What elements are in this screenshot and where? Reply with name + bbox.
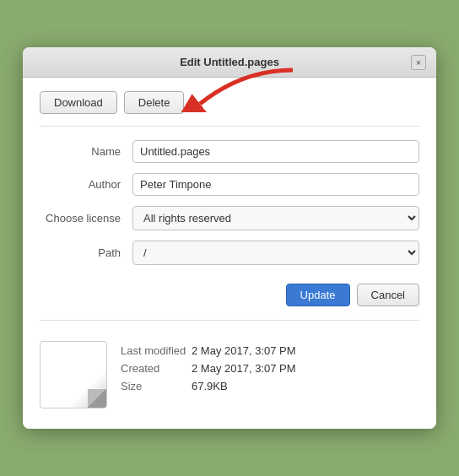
size-value: 67.9KB — [192, 380, 228, 392]
name-row: Name — [40, 140, 419, 163]
file-icon-corner — [88, 389, 106, 408]
dialog-title: Edit Untitled.pages — [180, 56, 279, 68]
author-row: Author — [40, 173, 419, 196]
created-row: Created 2 May 2017, 3:07 PM — [121, 362, 296, 375]
last-modified-row: Last modified 2 May 2017, 3:07 PM — [121, 344, 296, 357]
author-label: Author — [40, 178, 132, 191]
size-label: Size — [121, 380, 188, 392]
size-row: Size 67.9KB — [121, 380, 296, 392]
dialog-body: Download Delete Name Author Ch — [23, 78, 436, 429]
created-label: Created — [121, 362, 188, 375]
update-button[interactable]: Update — [286, 284, 350, 306]
last-modified-value: 2 May 2017, 3:07 PM — [192, 344, 296, 357]
created-value: 2 May 2017, 3:07 PM — [192, 362, 296, 375]
delete-button[interactable]: Delete — [124, 91, 185, 114]
name-input[interactable] — [132, 140, 419, 163]
last-modified-label: Last modified — [121, 344, 188, 357]
path-label: Path — [40, 246, 132, 259]
dialog-titlebar: Edit Untitled.pages × — [23, 47, 436, 78]
path-select[interactable]: / /documents /downloads — [132, 241, 419, 265]
file-icon — [40, 341, 107, 408]
action-row: Update Cancel — [40, 280, 419, 306]
name-label: Name — [40, 145, 132, 158]
divider — [40, 320, 419, 321]
license-select[interactable]: All rights reserved Creative Commons Pub… — [132, 206, 419, 230]
download-button[interactable]: Download — [40, 91, 117, 114]
author-input[interactable] — [132, 173, 419, 196]
license-row: Choose license All rights reserved Creat… — [40, 206, 419, 230]
file-info-row: Last modified 2 May 2017, 3:07 PM Create… — [40, 334, 419, 412]
close-button[interactable]: × — [411, 55, 426, 70]
toolbar-row: Download Delete — [40, 91, 419, 127]
path-row: Path / /documents /downloads — [40, 241, 419, 265]
cancel-button[interactable]: Cancel — [357, 284, 419, 306]
license-label: Choose license — [40, 212, 132, 224]
file-meta: Last modified 2 May 2017, 3:07 PM Create… — [121, 341, 296, 392]
edit-dialog: Edit Untitled.pages × Download Delete Na… — [23, 47, 436, 429]
